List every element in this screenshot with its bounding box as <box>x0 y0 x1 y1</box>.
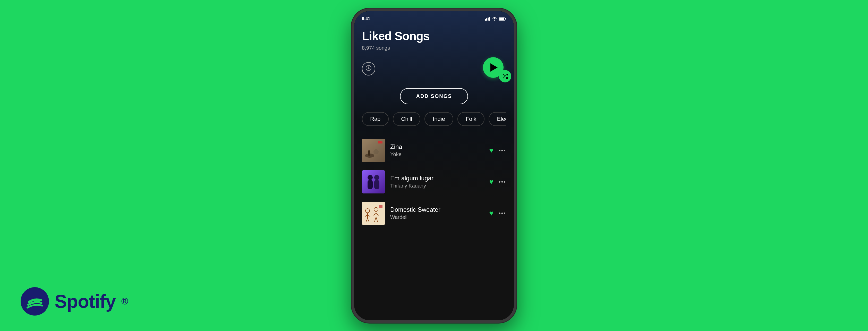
content-area: Liked Songs 8,974 songs <box>354 24 514 229</box>
album-art-zina <box>362 139 385 162</box>
svg-rect-2 <box>486 18 487 21</box>
art-zina-visual <box>362 139 385 162</box>
svg-rect-34 <box>379 205 382 208</box>
shuffle-button[interactable] <box>499 70 511 83</box>
wifi-icon <box>492 17 497 21</box>
song-title-domestic: Domestic Sweater <box>390 206 484 213</box>
svg-rect-16 <box>362 170 385 193</box>
svg-rect-13 <box>368 150 370 156</box>
status-icons <box>485 17 506 21</box>
phone-frame: 9:41 <box>351 8 517 323</box>
song-artist-domestic: Wardell <box>390 214 484 220</box>
svg-rect-4 <box>489 17 490 21</box>
download-button[interactable] <box>362 62 375 76</box>
spotify-logo: Spotify ® <box>21 287 128 315</box>
genre-chip-electronic[interactable]: Electronic <box>489 112 506 126</box>
action-row <box>362 57 506 80</box>
album-art-em <box>362 170 385 193</box>
song-info-zina: Zina Yoke <box>390 143 484 157</box>
spotify-logo-icon <box>21 287 49 315</box>
playlist-title: Liked Songs <box>362 29 506 43</box>
song-actions-zina: ♥ ••• <box>489 146 506 155</box>
domestic-art-svg <box>362 202 385 225</box>
heart-icon-domestic[interactable]: ♥ <box>489 209 494 217</box>
song-item-domestic: Domestic Sweater Wardell ♥ ••• <box>362 198 506 229</box>
add-songs-row: ADD SONGS <box>362 88 506 104</box>
song-item-em: Em algum lugar Thifany Kauany ♥ ••• <box>362 166 506 198</box>
svg-rect-11 <box>378 141 381 144</box>
song-actions-em: ♥ ••• <box>489 178 506 186</box>
song-artist-em: Thifany Kauany <box>390 183 484 189</box>
song-list: Zina Yoke ♥ ••• <box>362 135 506 229</box>
svg-point-17 <box>368 175 373 180</box>
download-arrow-icon <box>366 65 371 71</box>
genre-chip-rap[interactable]: Rap <box>362 112 389 126</box>
svg-rect-3 <box>488 18 489 21</box>
phone-screen: 9:41 <box>354 11 514 320</box>
song-artist-zina: Yoke <box>390 151 484 157</box>
genre-filters: Rap Chill Indie Folk Electronic H <box>362 112 506 127</box>
play-shuffle-group <box>483 57 506 80</box>
svg-point-19 <box>374 175 379 180</box>
song-title-zina: Zina <box>390 143 484 150</box>
svg-rect-6 <box>505 18 506 20</box>
album-art-domestic <box>362 202 385 225</box>
shuffle-icon <box>502 73 508 79</box>
add-songs-button[interactable]: ADD SONGS <box>400 88 468 104</box>
svg-rect-1 <box>485 19 486 21</box>
song-info-domestic: Domestic Sweater Wardell <box>390 206 484 220</box>
status-bar: 9:41 <box>354 11 514 24</box>
battery-icon <box>499 17 506 21</box>
spotify-brand-name: Spotify <box>55 291 116 312</box>
svg-rect-18 <box>368 180 373 189</box>
genre-chip-folk[interactable]: Folk <box>458 112 485 126</box>
zina-art-svg <box>362 139 385 162</box>
play-icon <box>490 63 498 71</box>
genre-chip-indie[interactable]: Indie <box>425 112 453 126</box>
more-options-em[interactable]: ••• <box>499 179 506 185</box>
em-art-svg <box>362 170 385 193</box>
more-options-zina[interactable]: ••• <box>499 147 506 154</box>
song-title-em: Em algum lugar <box>390 175 484 182</box>
heart-icon-zina[interactable]: ♥ <box>489 146 494 155</box>
song-info-em: Em algum lugar Thifany Kauany <box>390 175 484 189</box>
heart-icon-em[interactable]: ♥ <box>489 178 494 186</box>
svg-rect-7 <box>499 18 504 20</box>
svg-point-14 <box>373 149 379 154</box>
more-options-domestic[interactable]: ••• <box>499 210 506 217</box>
song-item-zina: Zina Yoke ♥ ••• <box>362 135 506 166</box>
trademark-symbol: ® <box>121 296 128 307</box>
download-icon <box>366 65 371 72</box>
svg-rect-10 <box>362 139 385 162</box>
svg-rect-20 <box>374 180 379 189</box>
song-actions-domestic: ♥ ••• <box>489 209 506 217</box>
song-count: 8,974 songs <box>362 45 506 51</box>
genre-chip-chill[interactable]: Chill <box>393 112 420 126</box>
status-time: 9:41 <box>362 17 370 21</box>
signal-icon <box>485 17 490 21</box>
